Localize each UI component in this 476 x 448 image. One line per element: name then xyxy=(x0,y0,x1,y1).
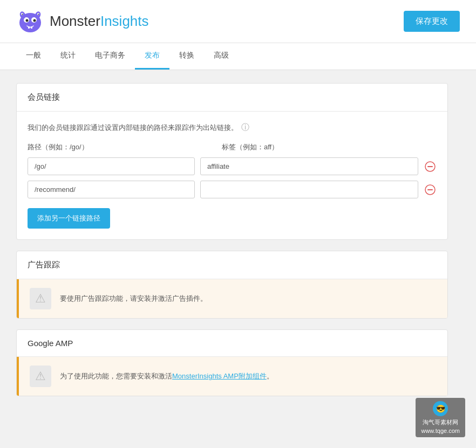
ad-tracking-warning-text: 要使用广告跟踪功能，请安装并激活广告插件。 xyxy=(60,294,207,304)
save-button[interactable]: 保存更改 xyxy=(404,11,460,32)
nav-bar: 一般 统计 电子商务 发布 转换 高级 xyxy=(0,43,476,70)
affiliate-card-body: 我们的会员链接跟踪通过设置内部链接的路径来跟踪作为出站链接。 ⓘ 路径（例如：/… xyxy=(17,112,447,239)
remove-row-1-button[interactable] xyxy=(424,160,437,173)
ad-tracking-card: 广告跟踪 ⚠ 要使用广告跟踪功能，请安装并激活广告插件。 xyxy=(16,251,448,319)
logo-text: MonsterInsights xyxy=(50,13,149,30)
tag-label: 标签（例如：aff） xyxy=(222,142,437,152)
google-amp-title: Google AMP xyxy=(28,339,73,348)
affiliate-row-1 xyxy=(28,157,437,175)
fields-header: 路径（例如：/go/） 标签（例如：aff） xyxy=(28,142,437,152)
tag-input-2[interactable] xyxy=(200,181,418,198)
google-amp-warning-icon-wrap: ⚠ xyxy=(30,366,51,387)
remove-icon-1 xyxy=(425,161,436,172)
ad-tracking-warning: ⚠ 要使用广告跟踪功能，请安装并激活广告插件。 xyxy=(17,279,447,318)
path-input-2[interactable] xyxy=(28,181,195,198)
ad-tracking-header: 广告跟踪 xyxy=(17,251,447,279)
nav-item-ecommerce[interactable]: 电子商务 xyxy=(85,43,135,70)
google-amp-card: Google AMP ⚠ 为了使用此功能，您需要安装和激活MonsterInsi… xyxy=(16,329,448,396)
google-amp-link[interactable]: MonsterInsights AMP附加组件 xyxy=(172,372,267,380)
add-affiliate-path-button[interactable]: 添加另一个链接路径 xyxy=(28,208,110,229)
nav-item-stats[interactable]: 统计 xyxy=(51,43,85,70)
nav-item-advanced[interactable]: 高级 xyxy=(204,43,239,70)
ad-tracking-warning-icon-wrap: ⚠ xyxy=(30,288,51,309)
header: MonsterInsights 保存更改 xyxy=(0,0,476,43)
remove-row-2-button[interactable] xyxy=(424,183,437,196)
logo-icon xyxy=(16,8,44,36)
path-input-1[interactable] xyxy=(28,157,195,175)
affiliate-card: 会员链接 我们的会员链接跟踪通过设置内部链接的路径来跟踪作为出站链接。 ⓘ 路径… xyxy=(16,83,448,240)
google-amp-warning-text: 为了使用此功能，您需要安装和激活MonsterInsights AMP附加组件。 xyxy=(60,371,274,381)
google-amp-header: Google AMP xyxy=(17,330,447,357)
svg-rect-5 xyxy=(28,26,30,29)
logo: MonsterInsights xyxy=(16,8,149,36)
svg-rect-6 xyxy=(31,26,32,29)
warning-triangle-icon-2: ⚠ xyxy=(35,369,46,383)
path-label: 路径（例如：/go/） xyxy=(28,142,211,152)
nav-item-convert[interactable]: 转换 xyxy=(169,43,204,70)
info-icon[interactable]: ⓘ xyxy=(241,122,249,133)
nav-item-general[interactable]: 一般 xyxy=(16,43,51,70)
affiliate-card-header: 会员链接 xyxy=(17,84,447,112)
tag-input-1[interactable] xyxy=(200,157,418,175)
remove-icon-2 xyxy=(425,184,436,195)
affiliate-title: 会员链接 xyxy=(28,92,60,101)
affiliate-description: 我们的会员链接跟踪通过设置内部链接的路径来跟踪作为出站链接。 ⓘ xyxy=(28,122,437,133)
nav-item-publish[interactable]: 发布 xyxy=(135,43,169,70)
main-content: 会员链接 我们的会员链接跟踪通过设置内部链接的路径来跟踪作为出站链接。 ⓘ 路径… xyxy=(0,70,464,420)
affiliate-row-2 xyxy=(28,181,437,198)
svg-point-3 xyxy=(26,19,29,22)
warning-triangle-icon: ⚠ xyxy=(35,292,46,306)
ad-tracking-title: 广告跟踪 xyxy=(28,260,60,269)
svg-point-11 xyxy=(22,13,23,15)
google-amp-warning: ⚠ 为了使用此功能，您需要安装和激活MonsterInsights AMP附加组… xyxy=(17,357,447,396)
svg-point-12 xyxy=(38,13,39,15)
svg-point-4 xyxy=(33,19,36,22)
